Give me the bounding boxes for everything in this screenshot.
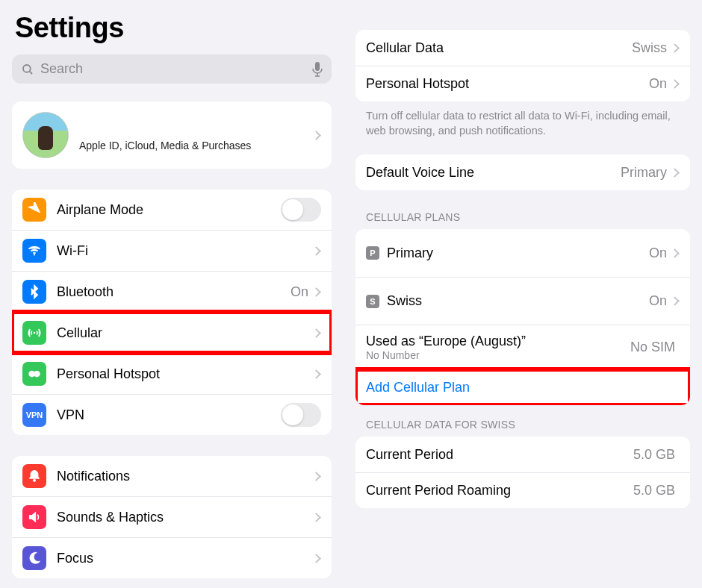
- chevron-right-icon: [311, 328, 321, 338]
- svg-point-5: [34, 254, 35, 255]
- svg-point-8: [34, 372, 40, 377]
- current-period-row: Current Period 5.0 GB: [355, 437, 690, 472]
- connectivity-group: Airplane Mode Wi-Fi Bluetooth On Cellula…: [12, 190, 332, 435]
- add-cellular-plan-row[interactable]: Add Cellular Plan: [355, 369, 690, 405]
- search-input[interactable]: Search: [12, 54, 332, 84]
- cellular-data-label: Cellular Data: [366, 40, 632, 56]
- cellular-data-swiss-header: CELLULAR DATA FOR SWISS: [366, 419, 680, 431]
- chevron-right-icon: [311, 513, 321, 522]
- chevron-right-icon: [670, 248, 680, 258]
- default-voice-value: Primary: [621, 165, 667, 181]
- plan-europe-value: No SIM: [630, 340, 675, 355]
- personal-hotspot-value: On: [649, 76, 667, 92]
- vpn-toggle[interactable]: [281, 403, 321, 427]
- current-period-roaming-value: 5.0 GB: [633, 483, 675, 498]
- plan-primary-row[interactable]: P Primary On: [355, 229, 690, 277]
- plan-primary-value: On: [649, 245, 667, 261]
- plan-swiss-row[interactable]: S Swiss On: [355, 277, 690, 325]
- plan-swiss-badge: S: [366, 295, 379, 308]
- cellular-plans-header: CELLULAR PLANS: [366, 211, 680, 223]
- settings-left-pane: Settings Search Apple ID, iCloud, Media …: [0, 0, 344, 588]
- chevron-right-icon: [311, 246, 321, 256]
- sounds-icon: [22, 505, 46, 529]
- chevron-right-icon: [311, 369, 321, 379]
- svg-point-0: [23, 65, 31, 72]
- cellular-data-footer: Turn off cellular data to restrict all d…: [366, 109, 680, 138]
- current-period-label: Current Period: [366, 447, 633, 463]
- chevron-right-icon: [311, 554, 321, 563]
- wifi-label: Wi-Fi: [57, 243, 313, 259]
- vpn-row[interactable]: VPN VPN: [12, 394, 332, 435]
- bluetooth-row[interactable]: Bluetooth On: [12, 271, 332, 312]
- focus-row[interactable]: Focus: [12, 537, 332, 578]
- apple-id-subtitle: Apple ID, iCloud, Media & Purchases: [79, 140, 313, 151]
- svg-point-6: [34, 332, 36, 334]
- cellular-data-row[interactable]: Cellular Data Swiss: [355, 30, 690, 66]
- hotspot-label: Personal Hotspot: [57, 366, 313, 382]
- apple-id-card[interactable]: Apple ID, iCloud, Media & Purchases: [12, 101, 332, 169]
- plan-primary-label: Primary: [387, 245, 649, 261]
- hotspot-icon: [22, 362, 46, 386]
- vpn-icon: VPN: [22, 403, 46, 427]
- airplane-mode-label: Airplane Mode: [57, 202, 281, 218]
- current-period-value: 5.0 GB: [633, 447, 675, 463]
- chevron-right-icon: [670, 43, 680, 53]
- focus-label: Focus: [57, 551, 313, 566]
- svg-rect-2: [315, 62, 320, 71]
- page-title: Settings: [15, 12, 332, 44]
- airplane-icon: [22, 198, 46, 222]
- cellular-plans-group: P Primary On S Swiss On Used as “Europe …: [355, 229, 690, 405]
- plan-swiss-value: On: [649, 293, 667, 309]
- default-voice-group: Default Voice Line Primary: [355, 154, 690, 190]
- cellular-icon: [22, 321, 46, 345]
- search-placeholder: Search: [40, 61, 312, 77]
- chevron-right-icon: [311, 472, 321, 481]
- wifi-icon: [22, 239, 46, 263]
- focus-icon: [22, 546, 46, 570]
- cellular-row[interactable]: Cellular: [12, 312, 332, 353]
- plan-swiss-label: Swiss: [387, 293, 649, 309]
- personal-hotspot-row[interactable]: Personal Hotspot On: [355, 66, 690, 101]
- microphone-icon[interactable]: [312, 62, 323, 77]
- sounds-row[interactable]: Sounds & Haptics: [12, 496, 332, 537]
- cellular-data-value: Swiss: [632, 40, 667, 56]
- current-period-roaming-label: Current Period Roaming: [366, 483, 633, 498]
- chevron-right-icon: [311, 131, 321, 140]
- cellular-usage-group: Current Period 5.0 GB Current Period Roa…: [355, 437, 690, 508]
- bluetooth-label: Bluetooth: [57, 284, 291, 300]
- sounds-label: Sounds & Haptics: [57, 510, 313, 525]
- chevron-right-icon: [311, 287, 321, 297]
- notifications-label: Notifications: [57, 469, 313, 484]
- cellular-label: Cellular: [57, 325, 313, 341]
- personal-hotspot-label: Personal Hotspot: [366, 76, 649, 92]
- vpn-label: VPN: [57, 407, 281, 423]
- wifi-row[interactable]: Wi-Fi: [12, 230, 332, 271]
- search-icon: [21, 63, 34, 76]
- notifications-group: Notifications Sounds & Haptics Focus: [12, 456, 332, 578]
- current-period-roaming-row: Current Period Roaming 5.0 GB: [355, 472, 690, 508]
- default-voice-label: Default Voice Line: [366, 165, 621, 181]
- chevron-right-icon: [670, 168, 680, 178]
- plan-europe-sub: No Number: [366, 349, 630, 361]
- add-cellular-plan-label: Add Cellular Plan: [366, 380, 470, 395]
- svg-line-1: [30, 71, 32, 73]
- plan-primary-badge: P: [366, 246, 379, 260]
- cellular-data-group: Cellular Data Swiss Personal Hotspot On: [355, 30, 690, 101]
- plan-europe-label: Used as “Europe (August)”: [366, 334, 630, 349]
- svg-point-9: [33, 479, 35, 481]
- airplane-toggle[interactable]: [281, 198, 321, 222]
- notifications-row[interactable]: Notifications: [12, 456, 332, 496]
- cellular-detail-pane: Cellular Data Swiss Personal Hotspot On …: [344, 0, 702, 588]
- chevron-right-icon: [670, 296, 680, 306]
- hotspot-row[interactable]: Personal Hotspot: [12, 353, 332, 394]
- plan-europe-row[interactable]: Used as “Europe (August)” No Number No S…: [355, 325, 690, 369]
- bluetooth-icon: [22, 280, 46, 304]
- bluetooth-value: On: [291, 284, 308, 300]
- default-voice-row[interactable]: Default Voice Line Primary: [355, 154, 690, 190]
- notifications-icon: [22, 464, 46, 488]
- chevron-right-icon: [670, 79, 680, 89]
- airplane-mode-row[interactable]: Airplane Mode: [12, 190, 332, 230]
- avatar: [22, 112, 69, 158]
